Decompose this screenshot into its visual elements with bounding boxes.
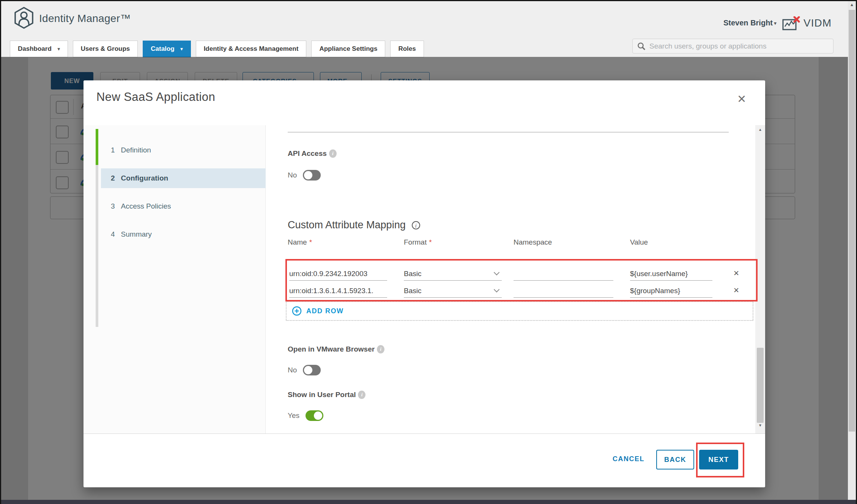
window-border xyxy=(0,0,857,1)
api-access-label: API Access i xyxy=(288,149,337,158)
tab-appliance-settings[interactable]: Appliance Settings xyxy=(311,41,385,57)
scroll-up-icon[interactable]: ▲ xyxy=(848,2,856,7)
annotation-highlight-next xyxy=(696,443,744,477)
user-menu[interactable]: Steven Bright xyxy=(723,19,773,27)
api-access-toggle-row: No xyxy=(288,170,321,181)
open-in-vmware-browser-toggle-row: No xyxy=(288,365,321,375)
window-bottom-edge xyxy=(0,500,857,504)
window-border xyxy=(0,0,1,504)
required-asterisk: * xyxy=(429,238,432,246)
modal-title: New SaaS Application xyxy=(96,90,215,104)
open-in-vmware-browser-label: Open in VMware Browser i xyxy=(288,345,384,353)
tab-catalog[interactable]: Catalog ▾ xyxy=(143,41,191,57)
tab-roles[interactable]: Roles xyxy=(390,41,424,57)
api-access-toggle-state: No xyxy=(288,171,297,179)
toggle-state: No xyxy=(288,366,297,374)
step-summary[interactable]: 4 Summary xyxy=(101,225,266,244)
plus-circle-icon xyxy=(292,306,302,316)
identity-manager-logo-icon xyxy=(14,6,34,29)
new-saas-application-modal: New SaaS Application ✕ 1 Definition 2 Co… xyxy=(83,80,765,487)
vidm-brand-text: VIDM xyxy=(803,17,832,29)
column-header-name: Name* xyxy=(288,238,312,247)
scroll-up-icon[interactable]: ▲ xyxy=(755,127,765,132)
browser-scrollbar-thumb[interactable] xyxy=(849,10,855,432)
back-button[interactable]: BACK xyxy=(656,450,694,469)
tab-identity-access-management[interactable]: Identity & Access Management xyxy=(196,41,307,57)
progress-indicator-complete xyxy=(96,129,98,165)
required-asterisk: * xyxy=(309,238,312,246)
search-input[interactable] xyxy=(649,42,825,51)
show-in-user-portal-toggle[interactable] xyxy=(306,410,323,421)
show-in-user-portal-toggle-row: Yes xyxy=(288,410,323,421)
modal-scrollbar-thumb[interactable] xyxy=(757,348,764,423)
dashboard-caret-icon: ▾ xyxy=(58,46,60,52)
custom-attribute-mapping-heading: Custom Attribute Mapping i xyxy=(288,219,420,231)
step-access-policies[interactable]: 3 Access Policies xyxy=(101,196,266,216)
step-configuration[interactable]: 2 Configuration xyxy=(101,168,266,188)
step-definition[interactable]: 1 Definition xyxy=(101,140,266,160)
toggle-knob xyxy=(314,411,322,420)
info-icon[interactable]: i xyxy=(358,391,365,399)
info-icon[interactable]: i xyxy=(412,221,420,229)
tab-users-groups[interactable]: Users & Groups xyxy=(73,41,138,57)
info-icon[interactable]: i xyxy=(329,149,337,158)
column-header-format: Format* xyxy=(404,238,432,247)
toggle-knob xyxy=(304,171,312,179)
footer-divider xyxy=(83,433,765,434)
app-header: Identity Manager™ Steven Bright ▾ VIDM D… xyxy=(1,1,848,57)
broken-image-icon xyxy=(782,16,800,31)
annotation-highlight-rows xyxy=(285,259,758,301)
scroll-down-icon[interactable]: ▼ xyxy=(755,423,765,427)
api-access-toggle[interactable] xyxy=(303,170,321,181)
main-nav: Dashboard ▾ Users & Groups Catalog ▾ Ide… xyxy=(10,41,424,57)
catalog-caret-icon: ▾ xyxy=(181,46,183,52)
search-icon xyxy=(637,42,646,50)
open-in-vmware-browser-toggle[interactable] xyxy=(303,365,321,375)
app-title: Identity Manager™ xyxy=(39,13,131,25)
app-window: Identity Manager™ Steven Bright ▾ VIDM D… xyxy=(0,0,857,504)
cancel-button[interactable]: CANCEL xyxy=(613,455,644,463)
info-icon[interactable]: i xyxy=(377,345,384,353)
global-search[interactable] xyxy=(632,39,833,53)
toggle-state: Yes xyxy=(288,411,299,420)
column-header-namespace: Namespace xyxy=(514,238,552,247)
show-in-user-portal-label: Show in User Portal i xyxy=(288,391,365,399)
field-divider xyxy=(288,132,729,132)
toggle-knob xyxy=(304,366,312,374)
add-row-button[interactable]: ADD ROW xyxy=(286,301,753,321)
tab-dashboard[interactable]: Dashboard ▾ xyxy=(10,41,68,57)
progress-indicator-track xyxy=(96,165,98,327)
column-header-value: Value xyxy=(630,238,648,247)
user-menu-caret-icon[interactable]: ▾ xyxy=(774,20,777,26)
close-icon[interactable]: ✕ xyxy=(737,93,746,105)
